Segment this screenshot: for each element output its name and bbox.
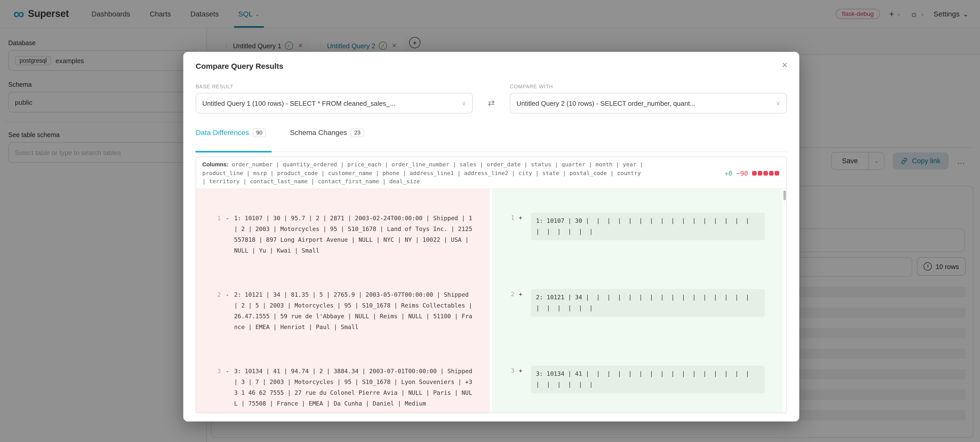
diff-row-added: 1 + 1: 10107 | 30 | | | | | | | | | | | … (497, 213, 786, 267)
tab-data-differences[interactable]: Data Differences 90 (196, 128, 266, 137)
diff-row-added: 2 + 2: 10121 | 34 | | | | | | | | | | | … (497, 289, 786, 344)
chevron-down-icon: ∨ (772, 100, 780, 107)
tabs-divider (196, 151, 787, 152)
compare-selects-row: BASE RESULT Untitled Query 1 (100 rows) … (196, 84, 787, 113)
modal-title: Compare Query Results (196, 62, 283, 70)
diff-row-removed: 1 - 1: 10107 | 30 | 95.7 | 2 | 2871 | 20… (202, 213, 490, 256)
diff-row-added: 3 + 3: 10134 | 41 | | | | | | | | | | | … (497, 366, 786, 413)
modal-tabs: Data Differences 90 Schema Changes 23 (196, 128, 787, 153)
added-row-highlight: 3: 10134 | 41 | | | | | | | | | | | | | … (531, 366, 765, 393)
diff-scrollbar[interactable] (782, 189, 786, 413)
close-icon[interactable]: ✕ (781, 60, 788, 70)
compare-with-select[interactable]: Untitled Query 2 (10 rows) - SELECT orde… (510, 93, 787, 113)
chevron-down-icon: ∨ (457, 100, 466, 107)
added-marker: + (514, 213, 527, 267)
scrollbar-thumb[interactable] (783, 191, 786, 200)
swap-icon[interactable]: ⇄ (488, 98, 495, 108)
added-marker: + (514, 289, 527, 344)
added-marker: + (514, 366, 527, 413)
removed-count: −90 (737, 169, 748, 177)
diff-row-removed: 3 - 3: 10134 | 41 | 94.74 | 2 | 3884.34 … (202, 366, 490, 409)
removed-marker: - (221, 213, 234, 256)
diff-pane-base[interactable]: 1 - 1: 10107 | 30 | 95.7 | 2 | 2871 | 20… (196, 189, 490, 413)
diffstat-squares-icon (752, 171, 779, 176)
schema-changes-count-badge: 23 (351, 128, 364, 137)
columns-list: Columns: order_number | quantity_ordered… (202, 160, 644, 186)
diff-panes: 1 - 1: 10107 | 30 | 95.7 | 2 | 2871 | 20… (196, 189, 786, 413)
compare-query-results-modal: Compare Query Results ✕ BASE RESULT Unti… (183, 52, 799, 421)
base-result-label: BASE RESULT (196, 84, 473, 89)
tab-schema-changes[interactable]: Schema Changes 23 (290, 128, 364, 137)
active-tab-underline (196, 151, 272, 152)
diff-container: Columns: order_number | quantity_ordered… (196, 157, 787, 413)
diffstat: +0 −90 (725, 169, 779, 177)
added-row-highlight: 1: 10107 | 30 | | | | | | | | | | | | | … (531, 213, 765, 240)
removed-marker: - (221, 366, 234, 409)
data-differences-count-badge: 90 (253, 128, 266, 137)
added-row-highlight: 2: 10121 | 34 | | | | | | | | | | | | | … (531, 289, 765, 317)
app-root: ∞ Superset Dashboards Charts Datasets SQ… (0, 0, 980, 442)
columns-header: Columns: order_number | quantity_ordered… (196, 157, 786, 189)
base-result-select[interactable]: Untitled Query 1 (100 rows) - SELECT * F… (196, 93, 473, 113)
compare-with-label: COMPARE WITH (510, 84, 787, 89)
diff-pane-compare[interactable]: 1 + 1: 10107 | 30 | | | | | | | | | | | … (492, 189, 786, 413)
added-count: +0 (725, 169, 732, 177)
removed-marker: - (221, 289, 234, 333)
diff-row-removed: 2 - 2: 10121 | 34 | 81.35 | 5 | 2765.9 |… (202, 289, 490, 333)
